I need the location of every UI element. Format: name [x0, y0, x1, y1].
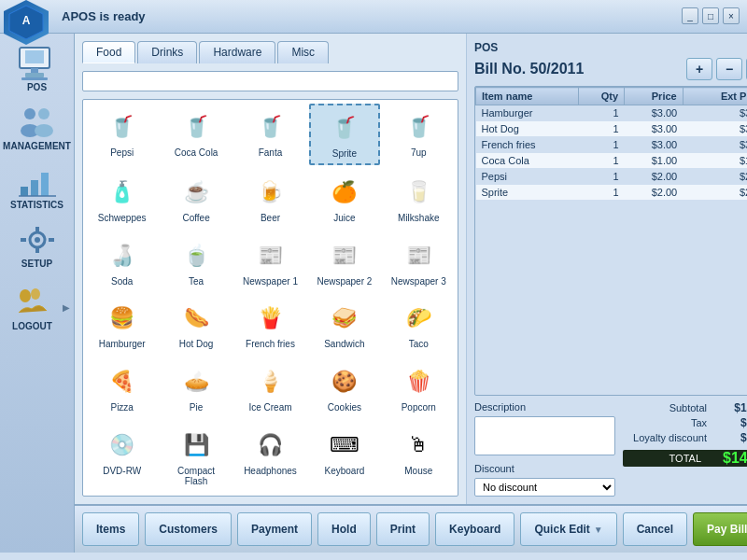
- sidebar-expand-arrow[interactable]: ▶: [62, 289, 71, 327]
- loyalty-value: $0.00: [707, 431, 747, 444]
- svg-rect-17: [35, 227, 39, 232]
- sidebar-statistics-label: STATISTICS: [10, 200, 63, 210]
- product-item[interactable]: 🍪Cookies: [309, 358, 379, 418]
- sidebar-item-management[interactable]: MANAGEMENT: [4, 100, 71, 155]
- svg-point-16: [35, 237, 40, 243]
- quick-edit-button[interactable]: Quick Edit ▼: [520, 512, 616, 546]
- table-row[interactable]: Coca Cola1$1.00$1.00: [476, 153, 748, 169]
- product-item[interactable]: 🌮Taco: [384, 295, 454, 355]
- product-grid: 🥤Pepsi🥤Coca Cola🥤Fanta🥤Sprite🥤7up🧴Schwep…: [82, 99, 458, 497]
- search-input[interactable]: [82, 71, 458, 91]
- product-item[interactable]: 🥧Pie: [161, 358, 231, 418]
- discount-select[interactable]: No discount: [474, 478, 615, 497]
- svg-rect-4: [31, 68, 38, 73]
- table-row[interactable]: French fries1$3.00$3.00: [476, 137, 748, 153]
- svg-text:A: A: [22, 14, 31, 27]
- sidebar-setup-label: SETUP: [21, 259, 52, 269]
- product-item[interactable]: 🍔Hamburger: [87, 295, 157, 355]
- loyalty-row: Loyalty discount $0.00: [623, 431, 747, 444]
- product-item[interactable]: 🥤Pepsi: [87, 104, 157, 165]
- svg-rect-5: [25, 73, 44, 77]
- svg-rect-20: [49, 238, 54, 242]
- product-item[interactable]: 📰Newspaper 2: [309, 232, 379, 292]
- maximize-button[interactable]: □: [702, 7, 719, 24]
- product-item[interactable]: 📰Newspaper 1: [235, 232, 305, 292]
- keyboard-button[interactable]: Keyboard: [435, 512, 514, 546]
- add-item-button[interactable]: +: [686, 58, 712, 80]
- window-controls: _ □ ×: [682, 7, 740, 24]
- svg-rect-11: [21, 187, 28, 196]
- description-textarea[interactable]: [474, 416, 615, 455]
- payment-button[interactable]: Payment: [237, 512, 312, 546]
- sidebar: POS MANAGEMENT: [0, 34, 75, 553]
- svg-rect-13: [41, 173, 49, 196]
- col-qty: Qty: [578, 88, 624, 105]
- product-item[interactable]: 🍵Tea: [161, 232, 231, 292]
- product-item[interactable]: 🍺Beer: [235, 169, 305, 229]
- hold-button[interactable]: Hold: [317, 512, 371, 546]
- svg-point-21: [20, 289, 31, 302]
- management-icon: [15, 104, 60, 141]
- sidebar-item-setup[interactable]: SETUP: [4, 217, 71, 273]
- order-table: Item name Qty Price Ext Price Hamburger1…: [475, 87, 747, 201]
- sidebar-item-statistics[interactable]: STATISTICS: [4, 159, 71, 214]
- product-item[interactable]: 💿DVD-RW: [87, 422, 157, 492]
- product-item[interactable]: 🥪Sandwich: [309, 295, 379, 355]
- statistics-icon: [15, 162, 60, 200]
- product-item[interactable]: 🌭Hot Dog: [161, 295, 231, 355]
- product-panel: Food Drinks Hardware Misc 🥤Pepsi🥤Coca Co…: [75, 34, 467, 504]
- svg-point-8: [38, 108, 49, 119]
- category-tabs: Food Drinks Hardware Misc: [82, 41, 458, 63]
- items-button[interactable]: Items: [82, 512, 139, 546]
- product-item[interactable]: 🥛Milkshake: [384, 169, 454, 229]
- product-item[interactable]: ☕Coffee: [161, 169, 231, 229]
- tab-hardware[interactable]: Hardware: [199, 41, 275, 63]
- product-item[interactable]: 💾Compact Flash: [161, 422, 231, 492]
- table-row[interactable]: Hot Dog1$3.00$3.00: [476, 121, 748, 137]
- main-container: POS MANAGEMENT: [0, 34, 747, 553]
- product-item[interactable]: 🍿Popcorn: [384, 358, 454, 418]
- col-ext-price: Ext Price: [683, 88, 747, 105]
- table-row[interactable]: Sprite1$2.00$2.00: [476, 185, 748, 201]
- total-value: $14.00: [707, 450, 747, 467]
- tax-row: Tax $0.00: [623, 416, 747, 429]
- order-table-container: Item name Qty Price Ext Price Hamburger1…: [474, 86, 747, 396]
- product-item[interactable]: 🥤Sprite: [309, 104, 379, 165]
- svg-rect-3: [25, 50, 44, 63]
- table-row[interactable]: Hamburger1$3.00$3.00: [476, 105, 748, 121]
- close-button[interactable]: ×: [723, 7, 740, 24]
- bill-header: Bill No. 50/2011 + − ✕: [474, 58, 747, 80]
- product-item[interactable]: 🖱Mouse: [384, 422, 454, 492]
- col-price: Price: [625, 88, 684, 105]
- product-item[interactable]: 🥤7up: [384, 104, 454, 165]
- product-item[interactable]: 📰Newspaper 3: [384, 232, 454, 292]
- tax-value: $0.00: [707, 416, 747, 429]
- product-item[interactable]: 🎧Headphones: [235, 422, 305, 492]
- minimize-button[interactable]: _: [682, 7, 698, 24]
- table-row[interactable]: Pepsi1$2.00$2.00: [476, 169, 748, 185]
- product-item[interactable]: 🥤Coca Cola: [161, 104, 231, 165]
- product-item[interactable]: 🍶Soda: [87, 232, 157, 292]
- product-item[interactable]: 🍦Ice Cream: [235, 358, 305, 418]
- product-item[interactable]: 🥤Fanta: [235, 104, 305, 165]
- pay-bill-button[interactable]: Pay Bill: [693, 512, 747, 546]
- product-item[interactable]: 🍕Pizza: [87, 358, 157, 418]
- product-item[interactable]: 🧴Schweppes: [87, 169, 157, 229]
- sidebar-management-label: MANAGEMENT: [3, 141, 71, 151]
- sidebar-item-pos[interactable]: POS: [4, 41, 71, 96]
- product-item[interactable]: ⌨Keyboard: [309, 422, 379, 492]
- tab-misc[interactable]: Misc: [277, 41, 329, 63]
- product-item[interactable]: 🍊Juice: [309, 169, 379, 229]
- decrease-button[interactable]: −: [716, 58, 742, 80]
- svg-point-10: [35, 124, 53, 137]
- bill-controls: + − ✕: [686, 58, 747, 80]
- svg-point-22: [31, 288, 40, 300]
- customers-button[interactable]: Customers: [145, 512, 232, 546]
- tab-drinks[interactable]: Drinks: [137, 41, 197, 63]
- product-item[interactable]: 🍟French fries: [235, 295, 305, 355]
- totals-area: Subtotal $14.00 Tax $0.00 Loyalty discou…: [623, 401, 747, 497]
- cancel-button[interactable]: Cancel: [623, 512, 687, 546]
- sidebar-item-logout[interactable]: LOGOUT: [4, 280, 62, 335]
- tab-food[interactable]: Food: [82, 41, 135, 63]
- print-button[interactable]: Print: [376, 512, 430, 546]
